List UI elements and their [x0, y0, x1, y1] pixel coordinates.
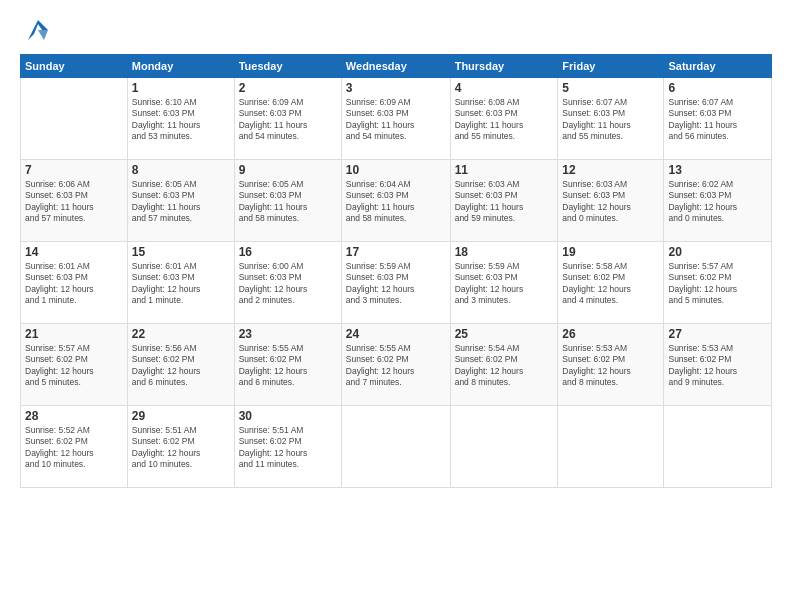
weekday-tuesday: Tuesday [234, 55, 341, 78]
svg-marker-1 [38, 30, 48, 40]
day-info: Sunrise: 6:04 AM Sunset: 6:03 PM Dayligh… [346, 179, 446, 225]
calendar-cell: 15Sunrise: 6:01 AM Sunset: 6:03 PM Dayli… [127, 242, 234, 324]
weekday-friday: Friday [558, 55, 664, 78]
calendar-cell [558, 406, 664, 488]
week-row-2: 7Sunrise: 6:06 AM Sunset: 6:03 PM Daylig… [21, 160, 772, 242]
day-number: 5 [562, 81, 659, 95]
day-info: Sunrise: 5:59 AM Sunset: 6:03 PM Dayligh… [455, 261, 554, 307]
day-info: Sunrise: 6:01 AM Sunset: 6:03 PM Dayligh… [25, 261, 123, 307]
weekday-monday: Monday [127, 55, 234, 78]
calendar-cell: 3Sunrise: 6:09 AM Sunset: 6:03 PM Daylig… [341, 78, 450, 160]
day-info: Sunrise: 5:54 AM Sunset: 6:02 PM Dayligh… [455, 343, 554, 389]
day-info: Sunrise: 5:51 AM Sunset: 6:02 PM Dayligh… [239, 425, 337, 471]
calendar-cell: 13Sunrise: 6:02 AM Sunset: 6:03 PM Dayli… [664, 160, 772, 242]
calendar-cell: 30Sunrise: 5:51 AM Sunset: 6:02 PM Dayli… [234, 406, 341, 488]
day-info: Sunrise: 6:05 AM Sunset: 6:03 PM Dayligh… [239, 179, 337, 225]
calendar-cell: 12Sunrise: 6:03 AM Sunset: 6:03 PM Dayli… [558, 160, 664, 242]
day-number: 26 [562, 327, 659, 341]
day-number: 4 [455, 81, 554, 95]
calendar-cell: 5Sunrise: 6:07 AM Sunset: 6:03 PM Daylig… [558, 78, 664, 160]
day-number: 11 [455, 163, 554, 177]
week-row-3: 14Sunrise: 6:01 AM Sunset: 6:03 PM Dayli… [21, 242, 772, 324]
day-info: Sunrise: 6:10 AM Sunset: 6:03 PM Dayligh… [132, 97, 230, 143]
day-info: Sunrise: 6:07 AM Sunset: 6:03 PM Dayligh… [562, 97, 659, 143]
day-number: 21 [25, 327, 123, 341]
day-info: Sunrise: 6:08 AM Sunset: 6:03 PM Dayligh… [455, 97, 554, 143]
day-number: 7 [25, 163, 123, 177]
day-info: Sunrise: 5:51 AM Sunset: 6:02 PM Dayligh… [132, 425, 230, 471]
day-info: Sunrise: 5:59 AM Sunset: 6:03 PM Dayligh… [346, 261, 446, 307]
calendar-cell: 23Sunrise: 5:55 AM Sunset: 6:02 PM Dayli… [234, 324, 341, 406]
calendar-cell: 20Sunrise: 5:57 AM Sunset: 6:02 PM Dayli… [664, 242, 772, 324]
calendar-cell [21, 78, 128, 160]
calendar-cell: 8Sunrise: 6:05 AM Sunset: 6:03 PM Daylig… [127, 160, 234, 242]
day-number: 12 [562, 163, 659, 177]
day-number: 24 [346, 327, 446, 341]
calendar-cell [450, 406, 558, 488]
day-info: Sunrise: 6:05 AM Sunset: 6:03 PM Dayligh… [132, 179, 230, 225]
day-number: 19 [562, 245, 659, 259]
day-number: 27 [668, 327, 767, 341]
header [20, 16, 772, 44]
weekday-wednesday: Wednesday [341, 55, 450, 78]
calendar-cell: 26Sunrise: 5:53 AM Sunset: 6:02 PM Dayli… [558, 324, 664, 406]
day-info: Sunrise: 6:09 AM Sunset: 6:03 PM Dayligh… [239, 97, 337, 143]
calendar-cell: 27Sunrise: 5:53 AM Sunset: 6:02 PM Dayli… [664, 324, 772, 406]
day-info: Sunrise: 5:57 AM Sunset: 6:02 PM Dayligh… [25, 343, 123, 389]
calendar-cell: 28Sunrise: 5:52 AM Sunset: 6:02 PM Dayli… [21, 406, 128, 488]
calendar-cell: 9Sunrise: 6:05 AM Sunset: 6:03 PM Daylig… [234, 160, 341, 242]
calendar-cell: 16Sunrise: 6:00 AM Sunset: 6:03 PM Dayli… [234, 242, 341, 324]
day-info: Sunrise: 6:07 AM Sunset: 6:03 PM Dayligh… [668, 97, 767, 143]
page: SundayMondayTuesdayWednesdayThursdayFrid… [0, 0, 792, 612]
day-info: Sunrise: 6:03 AM Sunset: 6:03 PM Dayligh… [562, 179, 659, 225]
calendar-cell: 25Sunrise: 5:54 AM Sunset: 6:02 PM Dayli… [450, 324, 558, 406]
calendar-cell: 6Sunrise: 6:07 AM Sunset: 6:03 PM Daylig… [664, 78, 772, 160]
day-info: Sunrise: 5:53 AM Sunset: 6:02 PM Dayligh… [562, 343, 659, 389]
calendar-cell: 1Sunrise: 6:10 AM Sunset: 6:03 PM Daylig… [127, 78, 234, 160]
week-row-4: 21Sunrise: 5:57 AM Sunset: 6:02 PM Dayli… [21, 324, 772, 406]
weekday-thursday: Thursday [450, 55, 558, 78]
day-info: Sunrise: 6:01 AM Sunset: 6:03 PM Dayligh… [132, 261, 230, 307]
calendar-table: SundayMondayTuesdayWednesdayThursdayFrid… [20, 54, 772, 488]
weekday-header-row: SundayMondayTuesdayWednesdayThursdayFrid… [21, 55, 772, 78]
calendar-cell: 24Sunrise: 5:55 AM Sunset: 6:02 PM Dayli… [341, 324, 450, 406]
day-number: 22 [132, 327, 230, 341]
day-number: 17 [346, 245, 446, 259]
calendar-cell: 2Sunrise: 6:09 AM Sunset: 6:03 PM Daylig… [234, 78, 341, 160]
calendar-cell: 22Sunrise: 5:56 AM Sunset: 6:02 PM Dayli… [127, 324, 234, 406]
calendar-cell: 17Sunrise: 5:59 AM Sunset: 6:03 PM Dayli… [341, 242, 450, 324]
day-number: 14 [25, 245, 123, 259]
day-number: 13 [668, 163, 767, 177]
weekday-sunday: Sunday [21, 55, 128, 78]
day-number: 1 [132, 81, 230, 95]
calendar-cell: 11Sunrise: 6:03 AM Sunset: 6:03 PM Dayli… [450, 160, 558, 242]
day-info: Sunrise: 6:03 AM Sunset: 6:03 PM Dayligh… [455, 179, 554, 225]
day-number: 29 [132, 409, 230, 423]
day-number: 3 [346, 81, 446, 95]
day-number: 20 [668, 245, 767, 259]
day-info: Sunrise: 5:55 AM Sunset: 6:02 PM Dayligh… [346, 343, 446, 389]
day-info: Sunrise: 5:56 AM Sunset: 6:02 PM Dayligh… [132, 343, 230, 389]
day-info: Sunrise: 6:02 AM Sunset: 6:03 PM Dayligh… [668, 179, 767, 225]
day-info: Sunrise: 6:09 AM Sunset: 6:03 PM Dayligh… [346, 97, 446, 143]
day-info: Sunrise: 5:52 AM Sunset: 6:02 PM Dayligh… [25, 425, 123, 471]
day-info: Sunrise: 5:55 AM Sunset: 6:02 PM Dayligh… [239, 343, 337, 389]
day-number: 28 [25, 409, 123, 423]
day-number: 25 [455, 327, 554, 341]
weekday-saturday: Saturday [664, 55, 772, 78]
calendar-cell: 18Sunrise: 5:59 AM Sunset: 6:03 PM Dayli… [450, 242, 558, 324]
logo-icon [24, 16, 52, 44]
day-number: 8 [132, 163, 230, 177]
day-number: 6 [668, 81, 767, 95]
day-number: 18 [455, 245, 554, 259]
week-row-5: 28Sunrise: 5:52 AM Sunset: 6:02 PM Dayli… [21, 406, 772, 488]
day-number: 10 [346, 163, 446, 177]
day-number: 9 [239, 163, 337, 177]
day-info: Sunrise: 6:06 AM Sunset: 6:03 PM Dayligh… [25, 179, 123, 225]
day-number: 30 [239, 409, 337, 423]
calendar-cell: 10Sunrise: 6:04 AM Sunset: 6:03 PM Dayli… [341, 160, 450, 242]
day-number: 15 [132, 245, 230, 259]
week-row-1: 1Sunrise: 6:10 AM Sunset: 6:03 PM Daylig… [21, 78, 772, 160]
day-number: 23 [239, 327, 337, 341]
calendar-cell: 7Sunrise: 6:06 AM Sunset: 6:03 PM Daylig… [21, 160, 128, 242]
